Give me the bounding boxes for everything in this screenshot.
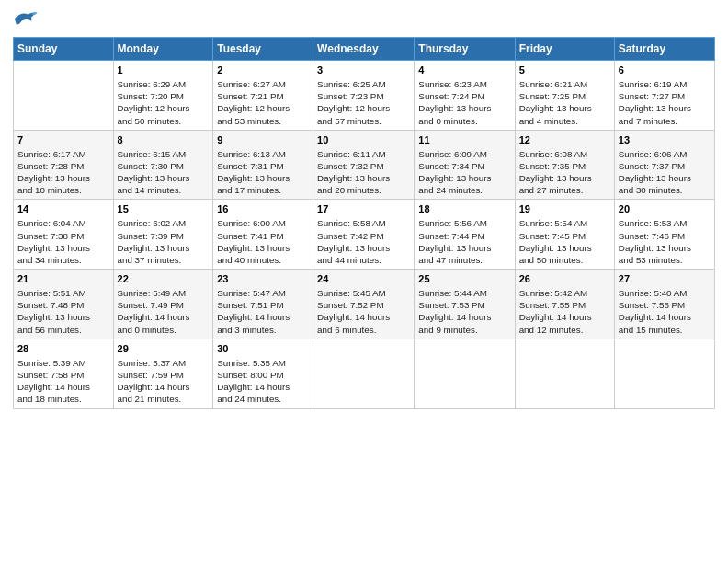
cell-content: Sunset: 7:59 PM: [118, 369, 210, 381]
cell-content: Sunrise: 5:37 AM: [118, 357, 210, 369]
day-cell: 2Sunrise: 6:27 AMSunset: 7:21 PMDaylight…: [213, 61, 313, 131]
cell-content: Sunset: 7:32 PM: [317, 160, 410, 172]
cell-content: and 56 minutes.: [17, 324, 109, 336]
cell-content: Sunset: 7:41 PM: [217, 230, 309, 242]
cell-content: Sunrise: 6:11 AM: [317, 148, 410, 160]
day-number: 15: [118, 202, 210, 216]
cell-content: Daylight: 13 hours: [317, 172, 410, 184]
cell-content: Sunrise: 5:58 AM: [317, 217, 410, 229]
header-cell-sunday: Sunday: [14, 38, 114, 61]
cell-content: Sunset: 7:44 PM: [418, 230, 510, 242]
day-number: 2: [217, 63, 309, 77]
cell-content: and 12 minutes.: [519, 324, 610, 336]
week-row-2: 7Sunrise: 6:17 AMSunset: 7:28 PMDaylight…: [14, 130, 715, 200]
cell-content: Daylight: 13 hours: [418, 242, 510, 254]
cell-content: and 53 minutes.: [619, 254, 711, 266]
cell-content: Sunset: 7:55 PM: [519, 299, 610, 311]
cell-content: Sunrise: 5:40 AM: [619, 287, 711, 299]
day-number: 28: [17, 342, 109, 356]
cell-content: and 30 minutes.: [619, 184, 711, 196]
cell-content: Sunset: 7:27 PM: [619, 90, 711, 102]
cell-content: and 50 minutes.: [118, 115, 210, 127]
day-number: 14: [17, 202, 109, 216]
day-cell: 27Sunrise: 5:40 AMSunset: 7:56 PMDayligh…: [614, 270, 714, 339]
cell-content: and 4 minutes.: [519, 115, 610, 127]
cell-content: Sunset: 7:56 PM: [619, 299, 711, 311]
header-cell-friday: Friday: [515, 38, 614, 61]
cell-content: Daylight: 12 hours: [118, 102, 210, 114]
header-cell-thursday: Thursday: [415, 38, 515, 61]
cell-content: and 24 minutes.: [418, 184, 510, 196]
cell-content: and 27 minutes.: [519, 184, 610, 196]
cell-content: Daylight: 13 hours: [519, 102, 610, 114]
calendar-table: SundayMondayTuesdayWednesdayThursdayFrid…: [13, 37, 715, 409]
cell-content: Sunset: 7:21 PM: [217, 90, 309, 102]
cell-content: Sunrise: 6:06 AM: [619, 148, 711, 160]
day-cell: [415, 339, 515, 408]
cell-content: Daylight: 13 hours: [17, 172, 109, 184]
day-number: 10: [317, 133, 410, 147]
cell-content: and 0 minutes.: [118, 324, 210, 336]
logo: [13, 9, 42, 29]
cell-content: and 15 minutes.: [619, 324, 711, 336]
cell-content: Sunset: 7:23 PM: [317, 90, 410, 102]
cell-content: Sunrise: 6:04 AM: [17, 217, 109, 229]
cell-content: Daylight: 14 hours: [519, 311, 610, 323]
cell-content: and 10 minutes.: [17, 184, 109, 196]
day-cell: 29Sunrise: 5:37 AMSunset: 7:59 PMDayligh…: [113, 339, 213, 408]
cell-content: Daylight: 13 hours: [118, 242, 210, 254]
day-cell: [14, 61, 114, 131]
cell-content: Sunrise: 6:09 AM: [418, 148, 510, 160]
cell-content: Daylight: 14 hours: [217, 381, 309, 393]
cell-content: and 21 minutes.: [118, 393, 210, 405]
cell-content: Sunset: 7:42 PM: [317, 230, 410, 242]
cell-content: Sunrise: 5:42 AM: [519, 287, 610, 299]
cell-content: Sunrise: 6:29 AM: [118, 78, 210, 90]
day-number: 20: [619, 202, 711, 216]
day-number: 25: [418, 272, 510, 286]
day-cell: 11Sunrise: 6:09 AMSunset: 7:34 PMDayligh…: [415, 130, 515, 200]
day-number: 7: [17, 133, 109, 147]
header-row: SundayMondayTuesdayWednesdayThursdayFrid…: [14, 38, 715, 61]
cell-content: Sunset: 7:28 PM: [17, 160, 109, 172]
cell-content: and 24 minutes.: [217, 393, 309, 405]
cell-content: Sunrise: 6:23 AM: [418, 78, 510, 90]
cell-content: and 18 minutes.: [17, 393, 109, 405]
page-container: SundayMondayTuesdayWednesdayThursdayFrid…: [0, 0, 728, 417]
cell-content: Sunset: 7:45 PM: [519, 230, 610, 242]
day-number: 30: [217, 342, 309, 356]
week-row-3: 14Sunrise: 6:04 AMSunset: 7:38 PMDayligh…: [14, 200, 715, 270]
cell-content: Sunrise: 6:08 AM: [519, 148, 610, 160]
day-cell: 24Sunrise: 5:45 AMSunset: 7:52 PMDayligh…: [313, 270, 415, 339]
cell-content: Sunrise: 6:19 AM: [619, 78, 711, 90]
cell-content: Sunrise: 5:44 AM: [418, 287, 510, 299]
cell-content: Daylight: 14 hours: [17, 381, 109, 393]
cell-content: Daylight: 14 hours: [317, 311, 410, 323]
cell-content: Daylight: 14 hours: [619, 311, 711, 323]
header-cell-monday: Monday: [113, 38, 213, 61]
cell-content: and 20 minutes.: [317, 184, 410, 196]
day-cell: 8Sunrise: 6:15 AMSunset: 7:30 PMDaylight…: [113, 130, 213, 200]
cell-content: Sunrise: 6:25 AM: [317, 78, 410, 90]
day-cell: 28Sunrise: 5:39 AMSunset: 7:58 PMDayligh…: [14, 339, 114, 408]
day-cell: 13Sunrise: 6:06 AMSunset: 7:37 PMDayligh…: [614, 130, 714, 200]
day-number: 24: [317, 272, 410, 286]
cell-content: Daylight: 14 hours: [217, 311, 309, 323]
header-cell-tuesday: Tuesday: [213, 38, 313, 61]
cell-content: Sunset: 7:48 PM: [17, 299, 109, 311]
day-cell: 7Sunrise: 6:17 AMSunset: 7:28 PMDaylight…: [14, 130, 114, 200]
cell-content: and 14 minutes.: [118, 184, 210, 196]
cell-content: Sunrise: 6:15 AM: [118, 148, 210, 160]
day-cell: 17Sunrise: 5:58 AMSunset: 7:42 PMDayligh…: [313, 200, 415, 270]
cell-content: Daylight: 14 hours: [418, 311, 510, 323]
day-number: 19: [519, 202, 610, 216]
day-number: 12: [519, 133, 610, 147]
cell-content: Sunset: 7:46 PM: [619, 230, 711, 242]
cell-content: Sunrise: 6:27 AM: [217, 78, 309, 90]
page-header: [13, 9, 715, 29]
cell-content: Daylight: 12 hours: [217, 102, 309, 114]
cell-content: Sunrise: 5:49 AM: [118, 287, 210, 299]
day-cell: 3Sunrise: 6:25 AMSunset: 7:23 PMDaylight…: [313, 61, 415, 131]
cell-content: Sunrise: 5:56 AM: [418, 217, 510, 229]
day-cell: [313, 339, 415, 408]
